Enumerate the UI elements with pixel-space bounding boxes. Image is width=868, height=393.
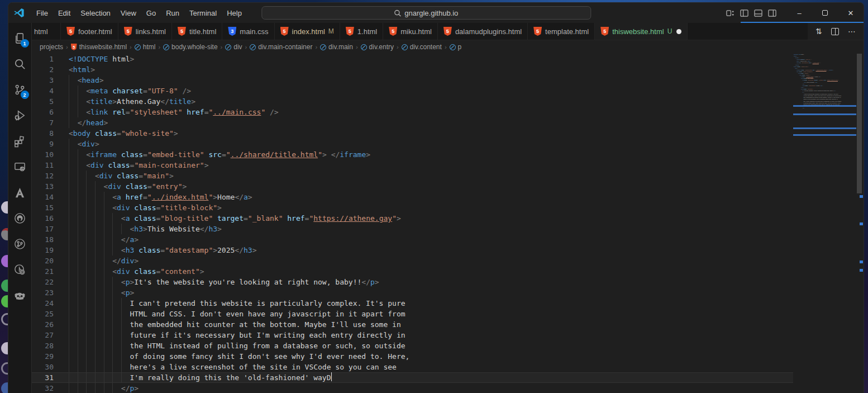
tab-index.html[interactable]: 5index.htmlM [275,23,340,40]
taskbar-app-icon [1,382,8,393]
breadcrumb-item-html[interactable]: html [135,43,156,51]
code-line-24[interactable]: 24 I can't pretend this website is parti… [32,298,793,309]
menu-file[interactable]: File [31,7,53,20]
code-line-19[interactable]: 19 <h3 class="datestamp">2025</h3> [32,245,793,255]
godot-icon[interactable] [8,282,32,308]
menu-view[interactable]: View [116,7,141,20]
tab-main.css[interactable]: 3main.css [222,23,274,40]
code-line-9[interactable]: 9 <div> [32,139,793,149]
code-line-32[interactable]: 32 </p> [32,383,793,393]
code-line-14[interactable]: 14 <a href="../index.html">Home</a> [32,192,793,202]
toggle-panel-icon[interactable] [754,9,762,17]
code-line-16[interactable]: 16 <a class="blog-title" target="_blank"… [32,213,793,224]
remote-explorer-icon[interactable] [8,154,32,179]
code-line-21[interactable]: 21 <div class="content"> [32,266,793,277]
code-line-5[interactable]: 5 <title>Athene.Gay</title> [32,96,793,107]
code-editor[interactable]: 1<!DOCTYPE html>2<html>3 <head>4 <meta c… [32,54,793,393]
more-actions-icon[interactable]: ⋯ [848,27,856,36]
explorer-icon[interactable]: 1 [8,25,32,51]
menu-help[interactable]: Help [222,7,247,20]
extensions-icon[interactable] [8,128,32,154]
breadcrumb-item-thiswebsite.html[interactable]: 5thiswebsite.html [71,43,127,51]
menu-selection[interactable]: Selection [75,7,115,20]
menu-terminal[interactable]: Terminal [184,7,222,20]
menu-go[interactable]: Go [141,7,161,20]
tab-thiswebsite.html[interactable]: 5thiswebsite.htmlU [595,23,688,40]
minimize-button[interactable]: – [786,3,812,23]
code-line-25[interactable]: 25 HTML and CSS. I don't even have any j… [32,309,793,319]
code-line-29[interactable]: 29 of doing some fancy shit I don't see … [32,351,793,362]
breadcrumb-separator: › [245,44,247,50]
code-line-6[interactable]: 6 <link rel="stylesheet" href="../main.c… [32,107,793,117]
code-line-23[interactable]: 23 <p> [32,287,793,298]
split-editor-icon[interactable] [831,28,839,35]
github-icon[interactable] [8,205,32,231]
code-line-17[interactable]: 17 <h3>This Website</h3> [32,224,793,234]
search-icon[interactable] [8,51,32,77]
html-file-icon: 5 [443,27,452,36]
code-line-31[interactable]: 31 I'm really doing this the 'old-fashio… [32,372,793,383]
code-line-2[interactable]: 2<html> [32,64,793,75]
code-line-11[interactable]: 11 <div class="main-container"> [32,160,793,171]
tab-html[interactable]: html [32,23,61,40]
run-debug-icon[interactable] [8,102,32,128]
symbol-icon [361,44,367,50]
code-line-3[interactable]: 3 <head> [32,75,793,86]
vertical-scrollbar[interactable] [856,54,864,393]
code-line-8[interactable]: 8<body class="whole-site"> [32,128,793,139]
close-button[interactable]: ✕ [838,3,864,23]
code-line-1[interactable]: 1<!DOCTYPE html> [32,54,793,64]
menu-edit[interactable]: Edit [53,7,75,20]
unsaved-dot-icon[interactable] [676,29,681,34]
code-line-20[interactable]: 20 </div> [32,255,793,266]
menu-run[interactable]: Run [161,7,184,20]
code-line-30[interactable]: 30 here's a live screenshot of the site … [32,362,793,372]
breadcrumb-label: div [233,43,242,51]
tab-footer.html[interactable]: 5footer.html [61,23,118,40]
badge: 1 [21,39,29,48]
toggle-secondary-sidebar-icon[interactable] [768,9,776,17]
code-line-28[interactable]: 28 the HTML instead of pulling from a da… [32,340,793,351]
code-line-7[interactable]: 7 </head> [32,117,793,128]
code-line-32[interactable]: 32 </p> [793,107,856,109]
code-line-10[interactable]: 10 <iframe class="embed-title" src="../s… [32,149,793,160]
code-line-18[interactable]: 18 </a> [32,234,793,245]
breadcrumb: projects›5thiswebsite.html›html›body.who… [32,40,864,54]
code-line-27[interactable]: 27 future if it's necessary but I'm writ… [32,330,793,340]
tab-miku.html[interactable]: 5miku.html [383,23,438,40]
source-control-icon[interactable]: 2 [8,77,32,102]
tab-1.html[interactable]: 51.html [340,23,383,40]
tab-template.html[interactable]: 5template.html [528,23,595,40]
taskbar-app-icon [1,313,8,325]
tab-links.html[interactable]: 5links.html [118,23,172,40]
command-center-search[interactable]: gnargle.github.io [261,6,591,20]
maximize-button[interactable] [812,3,838,23]
tab-dalamudplugins.html[interactable]: 5dalamudplugins.html [438,23,528,40]
breadcrumb-item-div.content[interactable]: div.content [402,43,442,51]
breadcrumb-item-div[interactable]: div [225,43,242,51]
breadcrumb-item-p[interactable]: p [450,43,462,51]
breadcrumb-item-div.main[interactable]: div.main [320,43,353,51]
minimap[interactable]: 1<!DOCTYPE html>2<html>3 <head>4 <meta c… [793,54,856,393]
tab-label: main.css [240,27,268,36]
git-graph-icon[interactable] [8,231,32,257]
breadcrumb-item-body.whole-site[interactable]: body.whole-site [163,43,218,51]
scrollbar-thumb[interactable] [857,54,862,193]
gitlens-icon[interactable] [8,257,32,282]
code-line-15[interactable]: 15 <div class="title-block"> [32,202,793,213]
editor-area[interactable]: 1<!DOCTYPE html>2<html>3 <head>4 <meta c… [32,54,864,393]
customize-layout-icon[interactable] [726,9,735,17]
astro-a-icon[interactable] [8,179,32,205]
breadcrumb-item-div.main-container[interactable]: div.main-container [250,43,312,51]
code-line-13[interactable]: 13 <div class="entry"> [32,181,793,192]
breadcrumb-item-projects[interactable]: projects [40,43,63,51]
code-line-22[interactable]: 22 <p>It's the website you're looking at… [32,277,793,287]
symbol-icon [135,44,141,50]
open-changes-icon[interactable]: ⇅ [815,27,822,36]
code-line-4[interactable]: 4 <meta charset="UTF-8" /> [32,86,793,96]
breadcrumb-item-div.entry[interactable]: div.entry [361,43,394,51]
tab-title.html[interactable]: 5title.html [172,23,222,40]
code-line-12[interactable]: 12 <div class="main"> [32,171,793,181]
toggle-primary-sidebar-icon[interactable] [740,9,748,17]
code-line-26[interactable]: 26 the embedded hit counter at the botto… [32,319,793,330]
